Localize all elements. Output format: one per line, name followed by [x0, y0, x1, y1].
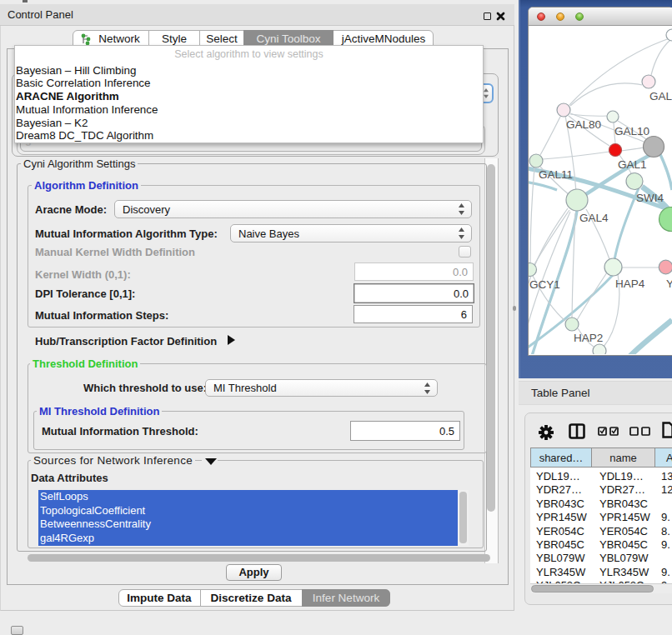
svg-text:GAL80: GAL80	[566, 118, 601, 131]
svg-text:GAL4: GAL4	[579, 212, 609, 224]
svg-text:HAP2: HAP2	[574, 332, 603, 344]
svg-text:GAL11: GAL11	[539, 168, 573, 181]
svg-text:Y: Y	[666, 278, 672, 290]
svg-text:GCY1: GCY1	[529, 278, 560, 291]
svg-text:GAL1: GAL1	[618, 158, 647, 171]
svg-text:GAL10: GAL10	[614, 125, 649, 138]
svg-text:SWI4: SWI4	[636, 192, 664, 204]
svg-text:GAL7: GAL7	[649, 90, 672, 102]
svg-text:HAP4: HAP4	[615, 278, 645, 290]
